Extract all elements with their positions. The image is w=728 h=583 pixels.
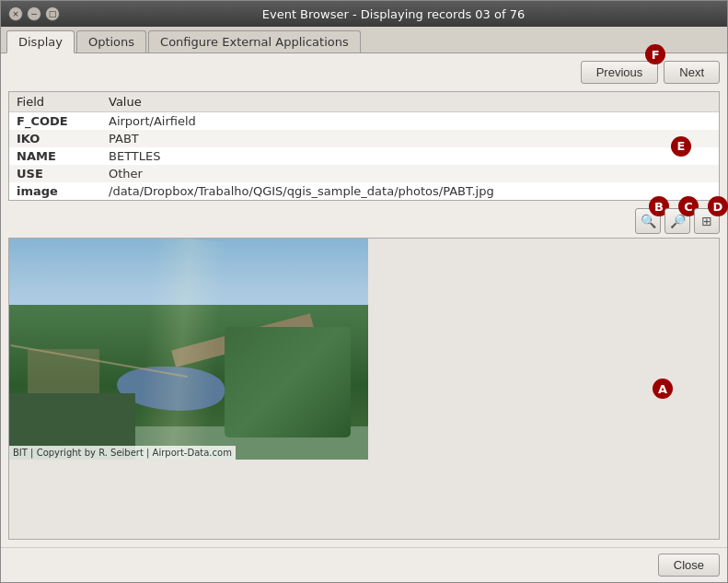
value-cell: /data/Dropbox/Trabalho/QGIS/qgis_sample_… (101, 182, 719, 200)
footer-bar: Close (1, 547, 727, 582)
zoom-out-icon: 🔎 (670, 214, 686, 228)
previous-button[interactable]: Previous (581, 61, 659, 84)
airport-photo: BIT | Copyright by R. Seibert | Airport-… (9, 239, 368, 460)
field-cell: F_CODE (9, 112, 101, 131)
table-row: image /data/Dropbox/Trabalho/QGIS/qgis_s… (9, 182, 719, 200)
field-cell: IKO (9, 130, 101, 147)
maximize-icon: □ (49, 9, 57, 18)
minimize-icon: − (30, 9, 38, 18)
window-minimize-button[interactable]: − (27, 6, 41, 21)
value-cell: Airport/Airfield (101, 112, 719, 131)
close-x-icon: × (12, 9, 19, 18)
f-annotation-badge: F (645, 44, 665, 64)
zoom-in-button[interactable]: 🔍 B (635, 208, 661, 234)
close-button[interactable]: Close (658, 554, 720, 577)
fit-button[interactable]: ⊞ D (694, 208, 720, 234)
window-maximize-button[interactable]: □ (45, 6, 60, 21)
window-close-button[interactable]: × (8, 6, 23, 21)
image-frame: BIT | Copyright by R. Seibert | Airport-… (8, 238, 720, 540)
field-cell: NAME (9, 147, 101, 165)
tab-display[interactable]: Display (6, 30, 75, 53)
tab-bar: Display Options Configure External Appli… (1, 27, 727, 53)
data-table: Field Value F_CODE Airport/Airfield IKO … (9, 92, 719, 200)
data-table-container: Field Value F_CODE Airport/Airfield IKO … (8, 91, 720, 201)
col-field-header: Field (9, 92, 101, 112)
a-annotation-badge: A (653, 379, 673, 399)
nav-buttons: Previous F Next (581, 61, 720, 84)
image-caption: BIT | Copyright by R. Seibert | Airport-… (9, 446, 236, 460)
tab-configure[interactable]: Configure External Applications (148, 30, 361, 52)
next-button[interactable]: Next (664, 61, 720, 84)
image-section: 🔍 B 🔎 C ⊞ D (8, 208, 720, 540)
main-window: × − □ Event Browser - Displaying records… (0, 0, 728, 583)
window-controls: × − □ (8, 6, 60, 21)
content-area: Previous F Next Field Value F_CODE (1, 53, 727, 547)
zoom-out-button[interactable]: 🔎 C (664, 208, 690, 234)
titlebar: × − □ Event Browser - Displaying records… (1, 1, 727, 27)
navigation-row: Previous F Next (8, 61, 720, 84)
value-cell: Other (101, 165, 719, 182)
field-cell: USE (9, 165, 101, 182)
table-row: IKO PABT (9, 130, 719, 147)
forest-patch (225, 327, 351, 437)
d-annotation-badge: D (708, 196, 728, 216)
col-value-header: Value (101, 92, 719, 112)
tab-options[interactable]: Options (76, 30, 146, 52)
e-annotation-badge: E (671, 136, 691, 157)
value-cell: BETTLES (101, 147, 719, 165)
table-row: F_CODE Airport/Airfield (9, 112, 719, 131)
zoom-in-icon: 🔍 (641, 214, 656, 228)
table-row: NAME BETTLES (9, 147, 719, 165)
image-toolbar: 🔍 B 🔎 C ⊞ D (8, 208, 720, 234)
value-cell: PABT (101, 130, 719, 147)
window-title: Event Browser - Displaying records 03 of… (67, 7, 720, 21)
field-cell: image (9, 182, 101, 200)
fit-icon: ⊞ (701, 214, 712, 228)
table-row: USE Other (9, 165, 719, 182)
f-badge-wrap: Previous F (581, 61, 659, 84)
